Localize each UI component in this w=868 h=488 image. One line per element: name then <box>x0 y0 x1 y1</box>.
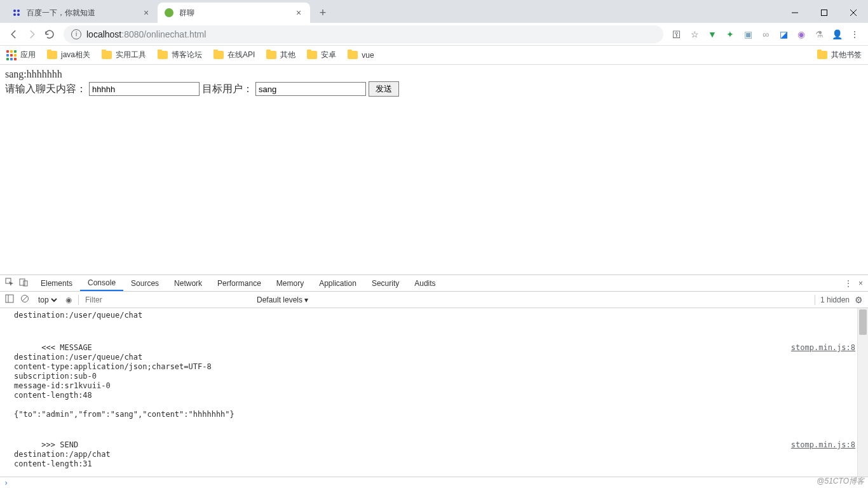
browser-tab-inactive[interactable]: 百度一下，你就知道 × <box>5 3 158 23</box>
svg-rect-12 <box>6 295 13 302</box>
leaf-icon[interactable]: ✦ <box>724 29 736 40</box>
context-select[interactable]: top <box>36 295 59 305</box>
source-link[interactable]: stomp.min.js:8 <box>791 440 855 450</box>
link-icon[interactable]: ∞ <box>760 29 771 40</box>
content-input[interactable] <box>89 82 200 96</box>
forward-button[interactable] <box>23 25 41 43</box>
bookmark-label: java相关 <box>61 50 90 60</box>
picture-icon[interactable]: ▣ <box>742 29 754 40</box>
window-controls <box>780 3 868 23</box>
hidden-count: 1 hidden <box>820 295 850 304</box>
devtools-tab-security[interactable]: Security <box>364 275 407 291</box>
bookmark-label: 安卓 <box>321 50 336 60</box>
url-host: localhost <box>86 29 121 39</box>
extension-icons: ⚿ ☆ ▼ ✦ ▣ ∞ ◪ ◉ ⚗ 👤 ⋮ <box>668 29 863 40</box>
svg-point-2 <box>13 13 16 16</box>
apps-button[interactable]: 应用 <box>6 50 36 60</box>
devtools-tabs: Elements Console Sources Network Perform… <box>0 275 868 292</box>
svg-line-15 <box>22 296 27 301</box>
minimize-button[interactable] <box>780 3 810 23</box>
reload-button[interactable] <box>41 25 58 43</box>
device-toggle-icon[interactable] <box>19 278 28 288</box>
page-content: sang:hhhhhhh 请输入聊天内容： 目标用户： 发送 <box>0 65 868 100</box>
new-tab-button[interactable]: + <box>314 4 332 22</box>
tab-title: 百度一下，你就知道 <box>27 8 141 18</box>
profile-avatar-icon[interactable]: 👤 <box>831 29 843 40</box>
folder-icon <box>348 51 358 59</box>
target-input[interactable] <box>255 82 366 96</box>
folder-icon <box>307 51 317 59</box>
devtools-close-icon[interactable]: × <box>858 279 863 288</box>
devtools-tab-memory[interactable]: Memory <box>269 275 311 291</box>
shield-icon[interactable]: ▼ <box>707 29 718 40</box>
eye-icon[interactable]: ◉ <box>65 295 72 304</box>
gear-icon[interactable]: ⚙ <box>855 295 863 305</box>
svg-point-1 <box>17 10 20 12</box>
devtools-tab-elements[interactable]: Elements <box>33 275 80 291</box>
ext-flask-icon[interactable]: ⚗ <box>813 29 825 40</box>
devtools-more-icon[interactable]: ⋮ <box>844 279 852 288</box>
console-sidebar-toggle-icon[interactable] <box>5 294 14 305</box>
chat-form: 请输入聊天内容： 目标用户： 发送 <box>5 81 863 97</box>
folder-icon <box>266 51 276 59</box>
bookmark-folder[interactable]: 实用工具 <box>102 50 146 60</box>
separator <box>78 295 79 305</box>
url-port: :8080 <box>121 29 144 39</box>
site-info-icon[interactable]: i <box>71 29 81 39</box>
clear-console-icon[interactable] <box>20 294 29 305</box>
inspect-icon[interactable] <box>5 278 14 288</box>
bookmark-folder[interactable]: 博客论坛 <box>158 50 202 60</box>
ext-r-icon[interactable]: ◉ <box>796 29 807 40</box>
source-link[interactable]: stomp.min.js:8 <box>791 343 855 353</box>
console-prompt[interactable]: › <box>0 477 868 488</box>
console-line <box>14 321 868 332</box>
browser-tab-strip: 百度一下，你就知道 × 群聊 × + <box>0 0 868 23</box>
ext-blue-icon[interactable]: ◪ <box>778 29 789 40</box>
close-icon[interactable]: × <box>294 8 304 18</box>
devtools-tab-sources[interactable]: Sources <box>123 275 166 291</box>
svg-rect-10 <box>20 279 25 285</box>
bookmark-folder[interactable]: 其他 <box>266 50 295 60</box>
scrollbar-thumb[interactable] <box>859 309 867 335</box>
bookmark-label: 其他 <box>280 50 295 60</box>
console-entry: stomp.min.js:8<<< MESSAGE destination:/u… <box>14 332 868 430</box>
bookmark-folder[interactable]: 安卓 <box>307 50 336 60</box>
folder-icon <box>214 51 224 59</box>
devtools-tab-network[interactable]: Network <box>166 275 210 291</box>
bookmark-label: vue <box>362 51 374 60</box>
bookmark-label: 实用工具 <box>116 50 146 60</box>
chat-message: sang:hhhhhhh <box>5 69 863 80</box>
maximize-button[interactable] <box>810 3 839 23</box>
menu-icon[interactable]: ⋮ <box>849 29 860 40</box>
devtools-tab-application[interactable]: Application <box>311 275 364 291</box>
bookmark-label: 在线API <box>227 50 255 60</box>
other-bookmarks[interactable]: 其他书签 <box>817 50 862 60</box>
bookmark-folder[interactable]: 在线API <box>214 50 255 60</box>
devtools-tab-console[interactable]: Console <box>80 275 123 291</box>
filter-input[interactable] <box>85 295 250 304</box>
devtools-tab-audits[interactable]: Audits <box>407 275 443 291</box>
back-button[interactable] <box>5 25 23 43</box>
svg-point-3 <box>17 13 20 16</box>
spring-favicon <box>164 8 174 18</box>
watermark: @51CTO博客 <box>817 476 864 487</box>
log-levels-select[interactable]: Default levels ▾ <box>257 295 308 304</box>
scrollbar[interactable] <box>857 308 868 477</box>
address-bar[interactable]: i localhost:8080/onlinechat.html <box>64 25 663 43</box>
console-line: destination:/user/queue/chat <box>14 309 868 321</box>
folder-icon <box>102 51 112 59</box>
send-button[interactable]: 发送 <box>369 81 399 97</box>
content-label: 请输入聊天内容： <box>5 83 86 96</box>
bookmark-folder[interactable]: vue <box>348 51 374 60</box>
apps-icon <box>6 50 17 60</box>
folder-icon <box>817 51 827 59</box>
star-icon[interactable]: ☆ <box>689 29 700 40</box>
devtools-tab-performance[interactable]: Performance <box>210 275 269 291</box>
close-window-button[interactable] <box>839 3 868 23</box>
bookmark-folder[interactable]: java相关 <box>47 50 90 60</box>
close-icon[interactable]: × <box>141 8 151 18</box>
key-icon[interactable]: ⚿ <box>671 29 682 40</box>
bookmarks-bar: 应用 java相关 实用工具 博客论坛 在线API 其他 安卓 vue 其他书签 <box>0 46 868 65</box>
console-output[interactable]: destination:/user/queue/chat stomp.min.j… <box>0 308 868 477</box>
browser-tab-active[interactable]: 群聊 × <box>158 3 310 23</box>
